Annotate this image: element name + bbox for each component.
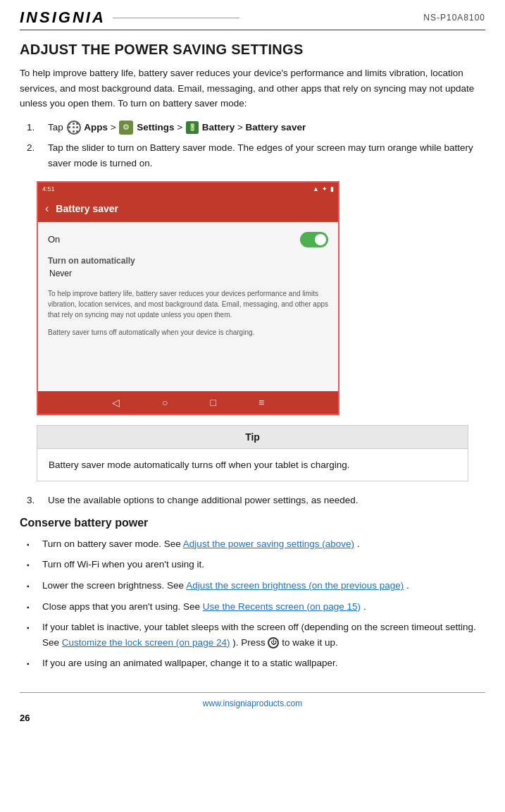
bullet-2: Turn off Wi-Fi when you aren't using it. [27, 557, 485, 572]
bullet-5-content: If your tablet is inactive, your tablet … [42, 620, 485, 650]
bullet-1-text-after: . [357, 539, 360, 549]
screenshot-time: 4:51 [42, 185, 55, 192]
screenshot-auto-title: Turn on automatically [48, 256, 328, 266]
nav-back-icon: ◁ [112, 397, 120, 408]
bullet-3: Lower the screen brightness. See Adjust … [27, 578, 485, 593]
step-1-gt1: > [111, 122, 119, 133]
bullet-6: If you are using an animated wallpaper, … [27, 656, 485, 671]
bullet-1-link[interactable]: Adjust the power saving settings (above) [183, 539, 354, 549]
battery-status-icon: ▮ [330, 185, 334, 192]
screenshot-app-header: ‹ Battery saver [38, 195, 338, 222]
bullet-4: Close apps that you aren't using. See Us… [27, 599, 485, 615]
screenshot-auto-value: Never [48, 269, 328, 278]
page-title: ADJUST THE POWER SAVING SETTINGS [20, 40, 485, 59]
tip-body: Battery saver mode automatically turns o… [37, 449, 468, 481]
bullet-3-text-after: . [406, 580, 409, 591]
bullet-4-text-after: . [363, 601, 366, 612]
logo-area: INSIGNIA [20, 8, 247, 27]
screenshot-back-icon: ‹ [45, 202, 49, 215]
screenshot-body: On Turn on automatically Never To help i… [38, 222, 338, 391]
wifi-icon: ✦ [322, 185, 328, 192]
screenshot-on-row: On [48, 232, 328, 247]
nav-home-icon: ○ [162, 397, 168, 408]
step-1: Tap Apps > [27, 120, 485, 135]
intro-text: To help improve battery life, battery sa… [20, 66, 485, 111]
logo-divider [113, 18, 239, 18]
numbered-list: Tap Apps > [27, 120, 485, 171]
bullet-3-content: Lower the screen brightness. See Adjust … [42, 578, 409, 593]
page-header: INSIGNIA NS-P10A8100 [20, 8, 485, 30]
footer-url[interactable]: www.insigniaproducts.com [20, 699, 485, 708]
bullet-1: Turn on battery saver mode. See Adjust t… [27, 536, 485, 552]
step-1-content: Tap Apps > [48, 120, 485, 135]
bullet-4-link[interactable]: Use the Recents screen (on page 15) [203, 601, 361, 612]
bullet-5-link[interactable]: Customize the lock screen (on page 24) [62, 637, 230, 648]
screenshot-mockup: 4:51 ▲ ✦ ▮ ‹ Battery saver On Turn on au… [37, 181, 339, 415]
footer-page-number: 26 [20, 713, 485, 723]
conserve-title: Conserve battery power [20, 517, 485, 529]
conserve-bullet-list: Turn on battery saver mode. See Adjust t… [27, 536, 485, 671]
signal-icon: ▲ [313, 185, 319, 192]
screenshot-auto-off: Battery saver turns off automatically wh… [48, 327, 328, 338]
nav-menu-icon: ≡ [258, 397, 264, 408]
bullet-4-content: Close apps that you aren't using. See Us… [42, 599, 366, 615]
screenshot-status-icons: ▲ ✦ ▮ [313, 185, 334, 192]
step-3-text: Use the available options to change addi… [48, 493, 359, 508]
step-1-gt2: > [177, 122, 185, 133]
model-number: NS-P10A8100 [423, 13, 485, 23]
screenshot-nav-bar: ◁ ○ □ ≡ [38, 391, 338, 414]
bullet-1-text-before: Turn on battery saver mode. See [42, 539, 183, 549]
step-1-tap: Tap [48, 122, 66, 133]
battery-icon: 🔋 [186, 121, 199, 134]
screenshot-statusbar: 4:51 ▲ ✦ ▮ [38, 183, 338, 195]
footer: www.insigniaproducts.com 26 [20, 692, 485, 723]
screenshot-on-label: On [48, 234, 60, 245]
apps-label: Apps [84, 122, 108, 133]
tip-header: Tip [37, 426, 468, 449]
screenshot-app-title: Battery saver [56, 203, 118, 214]
bullet-1-content: Turn on battery saver mode. See Adjust t… [42, 536, 360, 552]
bullet-4-text-before: Close apps that you aren't using. See [42, 601, 203, 612]
battery-saver-label: Battery saver [246, 122, 306, 133]
screenshot-description: To help improve battery life, battery sa… [48, 288, 328, 320]
step-1-gt3: > [237, 122, 246, 133]
logo-text: INSIGNIA [20, 8, 106, 27]
bullet-5-text-end: to wake it up. [282, 637, 338, 648]
bullet-5: If your tablet is inactive, your tablet … [27, 620, 485, 650]
bullet-5-text-paren: ). Press [232, 637, 268, 648]
settings-label: Settings [137, 122, 174, 133]
step-2: Tap the slider to turn on Battery saver … [27, 140, 485, 171]
step-2-content: Tap the slider to turn on Battery saver … [48, 140, 485, 171]
battery-label: Battery [202, 122, 235, 133]
bullet-3-text-before: Lower the screen brightness. See [42, 580, 186, 591]
bullet-2-text: Turn off Wi-Fi when you aren't using it. [42, 557, 204, 572]
screenshot-toggle [300, 232, 328, 247]
step-3-number: 3. [27, 493, 44, 508]
tip-box: Tip Battery saver mode automatically tur… [37, 425, 468, 482]
power-icon: ⏻ [268, 637, 279, 648]
apps-icon [67, 121, 81, 135]
bullet-6-text: If you are using an animated wallpaper, … [42, 656, 338, 671]
bullet-3-link[interactable]: Adjust the screen brightness (on the pre… [186, 580, 404, 591]
settings-icon: ⚙ [119, 121, 133, 135]
step-3: 3. Use the available options to change a… [27, 493, 485, 508]
nav-recents-icon: □ [210, 397, 216, 408]
page-container: INSIGNIA NS-P10A8100 ADJUST THE POWER SA… [0, 0, 505, 751]
